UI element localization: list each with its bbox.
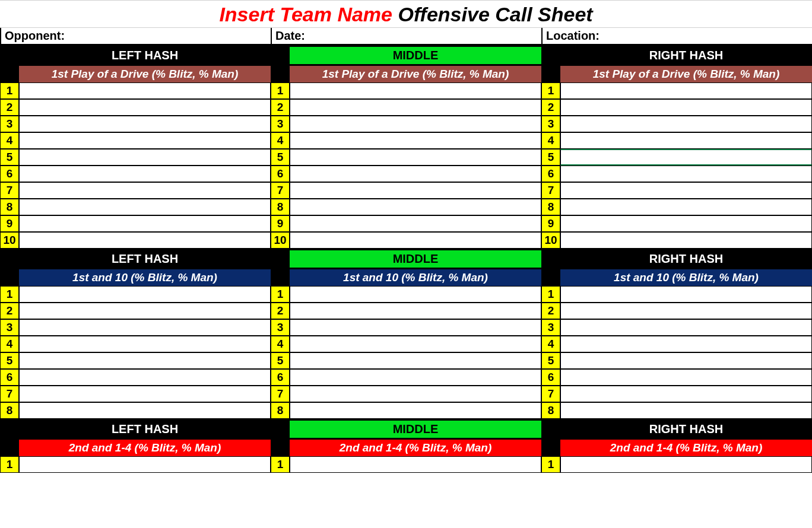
play-row-number: 1	[271, 82, 290, 99]
play-cell[interactable]	[560, 99, 812, 116]
section-subheader-label: 1st and 10 (% Blitz, % Man)	[560, 269, 812, 286]
play-cell[interactable]	[290, 456, 541, 473]
play-cell[interactable]	[560, 82, 812, 99]
play-cell[interactable]	[19, 99, 271, 116]
play-row-number: 9	[0, 215, 19, 232]
hash-label: LEFT HASH	[19, 47, 271, 64]
hash-header-right: RIGHT HASH	[541, 249, 812, 269]
play-cell[interactable]	[19, 149, 271, 166]
play-cell[interactable]	[290, 319, 541, 336]
play-row: 3	[271, 116, 541, 132]
play-cell[interactable]	[19, 369, 271, 386]
play-cell[interactable]	[560, 199, 812, 215]
play-cell[interactable]	[560, 336, 812, 352]
play-row-number: 8	[271, 199, 290, 215]
play-cell[interactable]	[19, 132, 271, 149]
play-cell[interactable]	[290, 182, 541, 199]
play-cell[interactable]	[290, 336, 541, 352]
play-row: 7	[0, 182, 271, 199]
play-cell[interactable]	[290, 303, 541, 319]
play-row-number: 7	[541, 386, 560, 402]
play-cell[interactable]	[19, 286, 271, 303]
play-cell[interactable]	[290, 232, 541, 249]
play-cell[interactable]	[290, 352, 541, 369]
row-number-gutter	[0, 269, 19, 286]
play-cell[interactable]	[560, 132, 812, 149]
play-row-number: 5	[0, 149, 19, 166]
date-label[interactable]: Date:	[271, 28, 541, 44]
play-row-number: 5	[271, 352, 290, 369]
play-row: 1	[271, 286, 541, 303]
play-row: 5	[271, 352, 541, 369]
row-number-gutter	[541, 440, 560, 456]
play-row-number: 1	[0, 286, 19, 303]
play-cell[interactable]	[290, 386, 541, 402]
play-cell[interactable]	[290, 199, 541, 215]
play-cell[interactable]	[19, 319, 271, 336]
title-suffix: Offensive Call Sheet	[392, 3, 593, 26]
play-row: 8	[271, 199, 541, 215]
section-subheader-label: 1st Play of a Drive (% Blitz, % Man)	[560, 66, 812, 82]
play-cell[interactable]	[290, 99, 541, 116]
play-row-number: 4	[271, 132, 290, 149]
play-cell[interactable]	[290, 166, 541, 182]
play-cell[interactable]	[19, 82, 271, 99]
play-cell[interactable]	[560, 303, 812, 319]
play-cell[interactable]	[290, 149, 541, 166]
play-cell[interactable]	[560, 166, 812, 182]
play-cell[interactable]	[290, 132, 541, 149]
play-cell[interactable]	[19, 199, 271, 215]
play-cell[interactable]	[19, 303, 271, 319]
play-cell[interactable]	[560, 116, 812, 132]
play-cell[interactable]	[290, 82, 541, 99]
play-row: 9	[271, 215, 541, 232]
play-cell[interactable]	[19, 215, 271, 232]
play-cell[interactable]	[19, 166, 271, 182]
play-row: 9	[541, 215, 812, 232]
section-subheader-label: 1st Play of a Drive (% Blitz, % Man)	[19, 66, 271, 82]
play-cell[interactable]	[19, 116, 271, 132]
play-cell[interactable]	[19, 352, 271, 369]
play-row: 4	[271, 336, 541, 352]
play-cell[interactable]	[560, 232, 812, 249]
play-cell[interactable]	[560, 456, 812, 473]
hash-label: MIDDLE	[290, 47, 541, 64]
play-row: 6	[541, 369, 812, 386]
row-number-gutter	[0, 47, 19, 64]
play-cell[interactable]	[560, 352, 812, 369]
play-cell[interactable]	[560, 369, 812, 386]
play-cell[interactable]	[560, 386, 812, 402]
play-cell[interactable]	[560, 319, 812, 336]
section-subheader: 2nd and 1-4 (% Blitz, % Man)	[541, 440, 812, 456]
play-cell[interactable]	[19, 456, 271, 473]
play-row: 7	[271, 182, 541, 199]
play-row-number: 3	[541, 319, 560, 336]
play-cell[interactable]	[19, 402, 271, 419]
play-row-number: 3	[271, 116, 290, 132]
play-cell-selected[interactable]	[560, 149, 812, 166]
play-row-number: 5	[271, 149, 290, 166]
play-row-number: 7	[271, 182, 290, 199]
play-cell[interactable]	[290, 369, 541, 386]
play-cell[interactable]	[19, 232, 271, 249]
opponent-label[interactable]: Opponent:	[0, 28, 271, 44]
play-cell[interactable]	[560, 182, 812, 199]
play-cell[interactable]	[290, 402, 541, 419]
hash-label: LEFT HASH	[19, 421, 271, 438]
play-row: 8	[271, 402, 541, 419]
play-cell[interactable]	[560, 286, 812, 303]
play-cell[interactable]	[19, 182, 271, 199]
play-cell[interactable]	[560, 402, 812, 419]
play-row-number: 4	[0, 336, 19, 352]
play-cell[interactable]	[290, 286, 541, 303]
play-cell[interactable]	[290, 215, 541, 232]
play-row: 2	[0, 303, 271, 319]
play-cell[interactable]	[19, 336, 271, 352]
play-row: 10	[541, 232, 812, 249]
play-cell[interactable]	[560, 215, 812, 232]
location-label[interactable]: Location:	[541, 28, 812, 44]
section-subheader: 2nd and 1-4 (% Blitz, % Man)	[271, 440, 541, 456]
play-cell[interactable]	[290, 116, 541, 132]
play-cell[interactable]	[19, 386, 271, 402]
play-row-number: 1	[541, 82, 560, 99]
